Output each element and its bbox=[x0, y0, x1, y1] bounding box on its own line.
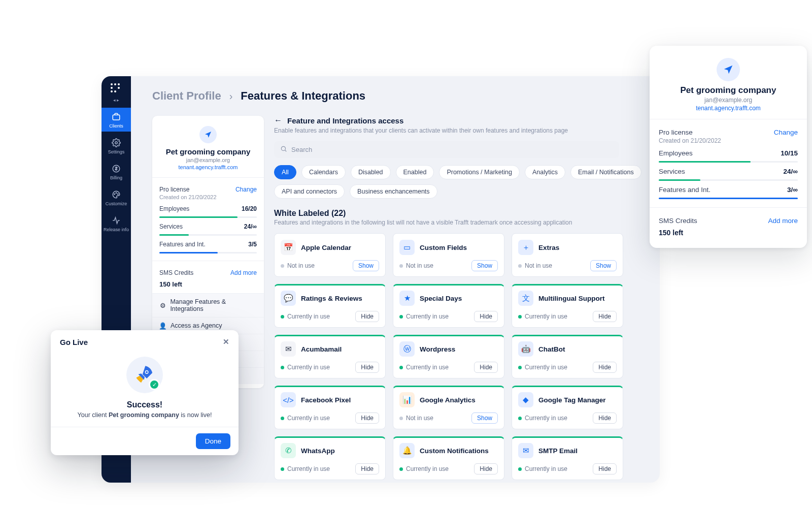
sidebar-item-customize[interactable]: Customize bbox=[101, 185, 131, 209]
search-input[interactable]: Search bbox=[274, 141, 619, 158]
hide-button[interactable]: Hide bbox=[355, 311, 379, 322]
features-progress bbox=[159, 252, 257, 253]
gear-icon: ⚙ bbox=[159, 302, 166, 309]
client-domain-link[interactable]: tenant.agency.trafft.com bbox=[659, 105, 798, 112]
feature-status: Not in use bbox=[399, 262, 433, 269]
status-dot-icon bbox=[399, 315, 403, 319]
filter-chip[interactable]: Email / Notifications bbox=[570, 165, 641, 179]
feature-title: Ratings & Reviews bbox=[301, 295, 362, 302]
client-email: jan@example.org bbox=[659, 97, 798, 104]
status-dot-icon bbox=[518, 417, 522, 420]
bot-icon: 🤖 bbox=[518, 341, 533, 357]
list-section-title: White Labeled (22) bbox=[274, 209, 650, 218]
hide-button[interactable]: Hide bbox=[355, 362, 379, 373]
feature-card: 🔔Custom NotificationsCurrently in useHid… bbox=[393, 436, 504, 480]
back-arrow-icon[interactable]: ← bbox=[274, 116, 282, 125]
filter-chip[interactable]: Promotions / Marketing bbox=[439, 165, 520, 179]
status-dot-icon bbox=[399, 264, 403, 268]
employees-value: 10/15 bbox=[781, 149, 798, 157]
palette-icon bbox=[111, 189, 121, 200]
hide-button[interactable]: Hide bbox=[593, 463, 617, 474]
action-label: Manage Features & Integrations bbox=[170, 298, 257, 312]
change-license-link[interactable]: Change bbox=[774, 129, 798, 136]
feature-title: Special Days bbox=[420, 295, 462, 302]
feature-title: Acumbamail bbox=[301, 345, 342, 353]
filter-chip[interactable]: Business enchancements bbox=[350, 184, 437, 199]
license-stats: Pro license Change Created on 21/20/2022… bbox=[152, 177, 264, 261]
success-message: Your client Pet grooming company is now … bbox=[78, 411, 212, 419]
filter-chip[interactable]: Enabled bbox=[396, 165, 434, 179]
svg-rect-0 bbox=[113, 115, 120, 120]
sidebar-item-billing[interactable]: Billing bbox=[101, 160, 131, 183]
hide-button[interactable]: Hide bbox=[474, 362, 498, 373]
sidebar-item-label: Customize bbox=[106, 201, 127, 206]
status-dot-icon bbox=[518, 467, 522, 471]
status-dot-icon bbox=[518, 264, 522, 268]
feature-status: Currently in use bbox=[281, 415, 330, 422]
breadcrumb: Client Profile › Features & Integrations bbox=[152, 89, 365, 103]
plus-icon: ＋ bbox=[518, 240, 533, 255]
show-button[interactable]: Show bbox=[590, 260, 617, 271]
main-content: ← Feature and Integrations access Enable… bbox=[274, 116, 660, 483]
status-dot-icon bbox=[518, 366, 522, 369]
hide-button[interactable]: Hide bbox=[593, 412, 617, 424]
status-dot-icon bbox=[399, 467, 403, 471]
show-button[interactable]: Show bbox=[353, 260, 379, 271]
status-dot-icon bbox=[399, 366, 403, 369]
client-email: jan@example.org bbox=[160, 157, 256, 163]
sidebar-item-settings[interactable]: Settings bbox=[101, 134, 131, 157]
tag-icon: ◆ bbox=[518, 392, 533, 407]
feature-title: Multilingual Support bbox=[538, 295, 604, 302]
close-icon[interactable]: ✕ bbox=[223, 337, 229, 346]
hide-button[interactable]: Hide bbox=[593, 362, 617, 373]
analytics-icon: 📊 bbox=[399, 392, 415, 407]
features-grid: 📅Apple CalendarNot in useShow▭Custom Fie… bbox=[274, 233, 650, 480]
sidebar-item-release-info[interactable]: Release info bbox=[101, 211, 131, 235]
feature-status: Currently in use bbox=[399, 465, 449, 472]
filter-chip[interactable]: Calendars bbox=[301, 165, 346, 179]
hide-button[interactable]: Hide bbox=[474, 463, 498, 474]
show-button[interactable]: Show bbox=[471, 412, 498, 424]
feature-card: ✉AcumbamailCurrently in useHide bbox=[274, 335, 386, 378]
status-dot-icon bbox=[281, 264, 284, 268]
hide-button[interactable]: Hide bbox=[593, 311, 617, 322]
filter-chip[interactable]: Disabled bbox=[351, 165, 391, 179]
sidebar-item-clients[interactable]: Clients bbox=[101, 108, 131, 132]
feature-card: 文Multilingual SupportCurrently in useHid… bbox=[512, 284, 623, 328]
feature-card: ★Special DaysCurrently in useHide bbox=[393, 284, 504, 328]
status-dot-icon bbox=[281, 467, 284, 471]
star-icon: ★ bbox=[399, 291, 415, 306]
hide-button[interactable]: Hide bbox=[355, 412, 379, 424]
breadcrumb-item[interactable]: Client Profile bbox=[152, 89, 221, 103]
feature-title: Custom Fields bbox=[420, 244, 467, 251]
svg-point-3 bbox=[114, 194, 115, 195]
feature-status: Currently in use bbox=[518, 415, 567, 422]
breadcrumb-current: Features & Integrations bbox=[241, 89, 365, 103]
add-more-sms-link[interactable]: Add more bbox=[768, 217, 798, 225]
feature-title: Apple Calendar bbox=[301, 244, 351, 251]
client-profile-popup: Pet grooming company jan@example.org ten… bbox=[650, 46, 807, 248]
hide-button[interactable]: Hide bbox=[474, 311, 498, 322]
action-manage-features[interactable]: ⚙ Manage Features & Integrations bbox=[152, 294, 264, 317]
filter-chip[interactable]: API and connectors bbox=[274, 184, 345, 199]
add-more-sms-link[interactable]: Add more bbox=[230, 269, 257, 276]
status-dot-icon bbox=[281, 315, 284, 319]
done-button[interactable]: Done bbox=[196, 433, 230, 449]
sidebar-collapse-icon[interactable]: ◂ ▸ bbox=[113, 98, 120, 103]
hide-button[interactable]: Hide bbox=[355, 463, 379, 474]
features-value: 3/5 bbox=[248, 241, 257, 248]
license-created: Created on 21/20/2022 bbox=[659, 137, 798, 146]
sidebar-item-label: Clients bbox=[109, 123, 123, 129]
feature-card: ✉SMTP EmailCurrently in useHide bbox=[512, 436, 623, 480]
change-license-link[interactable]: Change bbox=[235, 186, 257, 193]
show-button[interactable]: Show bbox=[471, 260, 498, 271]
filter-chip[interactable]: Analytics bbox=[525, 165, 565, 179]
feature-card: 📊Google AnalyticsNot in useShow bbox=[393, 386, 504, 429]
feature-status: Currently in use bbox=[518, 364, 567, 371]
client-domain-link[interactable]: tenant.agency.trafft.com bbox=[160, 164, 256, 170]
services-value: 24/∞ bbox=[784, 168, 798, 175]
filter-chip[interactable]: All bbox=[274, 165, 296, 179]
features-progress bbox=[659, 198, 798, 199]
wordpress-icon: ⓦ bbox=[399, 341, 415, 357]
feature-card: ▭Custom FieldsNot in useShow bbox=[393, 233, 504, 277]
